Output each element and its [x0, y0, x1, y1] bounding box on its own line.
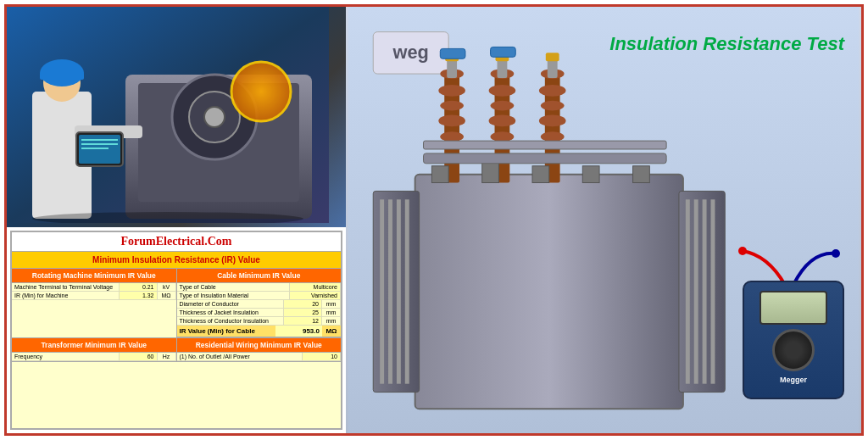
- svg-rect-31: [710, 199, 715, 383]
- site-title: ForumElectrical.Com: [120, 235, 231, 248]
- svg-point-35: [440, 101, 464, 111]
- cable-diameter-unit: mm: [322, 300, 341, 308]
- cable-conductor-label: Thickness of Conductor Insulation: [177, 317, 285, 325]
- cable-conductor-unit: mm: [322, 317, 341, 325]
- rotating-header: Rotating Machine Minimum IR Value: [12, 269, 176, 283]
- svg-rect-24: [388, 199, 392, 383]
- transformer-photo: Insulation Resistance Test: [346, 7, 861, 433]
- right-panel: Insulation Resistance Test: [346, 7, 861, 433]
- cable-result-value: 953.0: [275, 326, 322, 337]
- svg-rect-61: [582, 166, 599, 183]
- rotating-row-2: IR (Min) for Machine 1.32 MΩ: [12, 292, 176, 300]
- megger-device: Megger: [743, 281, 853, 416]
- svg-point-5: [204, 107, 225, 127]
- cable-conductor-value: 12: [284, 317, 322, 325]
- svg-point-6: [231, 62, 291, 121]
- transformer-freq-value: 60: [120, 353, 158, 360]
- cable-type-value: Multicore: [290, 283, 341, 291]
- cable-diameter-value: 20: [284, 300, 322, 308]
- cable-conductor-row: Thickness of Conductor Insulation 12 mm: [177, 317, 342, 326]
- cable-result-unit: MΩ: [322, 326, 341, 337]
- svg-point-36: [438, 114, 465, 126]
- worker-photo-svg: [7, 7, 329, 223]
- svg-point-45: [491, 131, 515, 142]
- rotating-ir-unit: MΩ: [158, 292, 176, 299]
- svg-rect-30: [703, 199, 707, 383]
- main-columns: Rotating Machine Minimum IR Value Machin…: [12, 269, 341, 338]
- svg-rect-62: [633, 166, 650, 183]
- transformer-column: Transformer Minimum IR Value Frequency 6…: [12, 338, 177, 361]
- cable-header: Cable Minimum IR Value: [177, 269, 342, 283]
- rotating-column: Rotating Machine Minimum IR Value Machin…: [12, 269, 177, 337]
- svg-rect-29: [694, 199, 698, 383]
- svg-rect-28: [686, 199, 690, 383]
- svg-rect-60: [532, 166, 549, 183]
- bottom-columns: Transformer Minimum IR Value Frequency 6…: [12, 338, 341, 362]
- transformer-header: Transformer Minimum IR Value: [12, 338, 176, 353]
- site-title-bar: ForumElectrical.Com: [12, 232, 341, 252]
- wiring-header: Residential Wiring Minimum IR Value: [177, 338, 342, 353]
- svg-rect-57: [491, 47, 516, 57]
- svg-rect-64: [424, 141, 667, 149]
- main-container: ForumElectrical.Com Minimum Insulation R…: [4, 4, 864, 436]
- cable-jacket-label: Thickness of Jacket Insulation: [177, 309, 285, 316]
- worker-photo: [7, 7, 346, 227]
- svg-rect-13: [79, 135, 120, 164]
- svg-point-51: [541, 101, 565, 111]
- spreadsheet-main-title: Minimum Insulation Resistance (IR) Value: [12, 252, 341, 269]
- svg-point-52: [539, 114, 566, 126]
- svg-rect-25: [397, 199, 401, 383]
- svg-rect-21: [415, 175, 683, 409]
- svg-rect-55: [546, 53, 559, 61]
- rotating-voltage-value: 0.21: [120, 283, 158, 291]
- transformer-freq-label: Frequency: [12, 353, 120, 360]
- cable-result-label: IR Value (Min) for Cable: [177, 326, 276, 337]
- svg-point-66: [832, 249, 840, 258]
- wiring-outlets-label: (1) No. of Outlet /All Power: [177, 353, 303, 360]
- svg-rect-58: [431, 166, 448, 183]
- cable-column: Cable Minimum IR Value Type of Cable Mul…: [177, 269, 342, 337]
- svg-rect-23: [380, 199, 384, 383]
- wiring-outlets-value: 10: [303, 353, 341, 360]
- cable-result-row: IR Value (Min) for Cable 953.0 MΩ: [177, 326, 342, 337]
- svg-rect-26: [405, 199, 409, 383]
- rotating-ir-label: IR (Min) for Machine: [12, 292, 120, 299]
- page-title: Insulation Resistance Test: [609, 33, 844, 54]
- svg-rect-59: [482, 162, 499, 183]
- megger-dial: [772, 329, 815, 371]
- megger-body: Megger: [743, 281, 844, 399]
- cable-jacket-unit: mm: [322, 309, 341, 316]
- svg-point-37: [440, 131, 464, 142]
- wiring-column: Residential Wiring Minimum IR Value (1) …: [177, 338, 342, 361]
- svg-point-34: [438, 85, 465, 97]
- rotating-voltage-unit: kV: [158, 283, 176, 291]
- transformer-row-1: Frequency 60 Hz: [12, 353, 176, 361]
- wiring-row-1: (1) No. of Outlet /All Power 10: [177, 353, 342, 361]
- transformer-freq-unit: Hz: [158, 353, 176, 360]
- svg-point-65: [738, 247, 747, 255]
- cable-jacket-value: 25: [284, 309, 322, 316]
- svg-rect-56: [440, 48, 465, 58]
- spreadsheet-panel: ForumElectrical.Com Minimum Insulation R…: [10, 231, 342, 430]
- megger-display: [760, 291, 827, 325]
- svg-point-53: [541, 131, 565, 142]
- svg-point-50: [539, 85, 566, 97]
- svg-point-43: [491, 101, 515, 111]
- cable-jacket-row: Thickness of Jacket Insulation 25 mm: [177, 309, 342, 317]
- svg-rect-63: [424, 153, 667, 164]
- cable-diameter-row: Diameter of Conductor 20 mm: [177, 300, 342, 309]
- svg-point-44: [489, 114, 516, 126]
- cable-insulation-value: Varnished: [290, 292, 341, 299]
- main-title-overlay: Insulation Resistance Test: [609, 32, 844, 57]
- svg-rect-11: [40, 73, 84, 80]
- svg-point-42: [489, 85, 516, 97]
- rotating-voltage-label: Machine Terminal to Terminal Voltage: [12, 283, 120, 291]
- cable-insulation-row: Type of Insulation Material Varnished: [177, 292, 342, 300]
- cable-type-row: Type of Cable Multicore: [177, 283, 342, 292]
- svg-text:weg: weg: [392, 42, 429, 63]
- cable-insulation-label: Type of Insulation Material: [177, 292, 291, 299]
- rotating-ir-value: 1.32: [120, 292, 158, 299]
- megger-brand-label: Megger: [744, 376, 843, 384]
- cable-type-label: Type of Cable: [177, 283, 291, 291]
- left-panel: ForumElectrical.Com Minimum Insulation R…: [7, 7, 346, 433]
